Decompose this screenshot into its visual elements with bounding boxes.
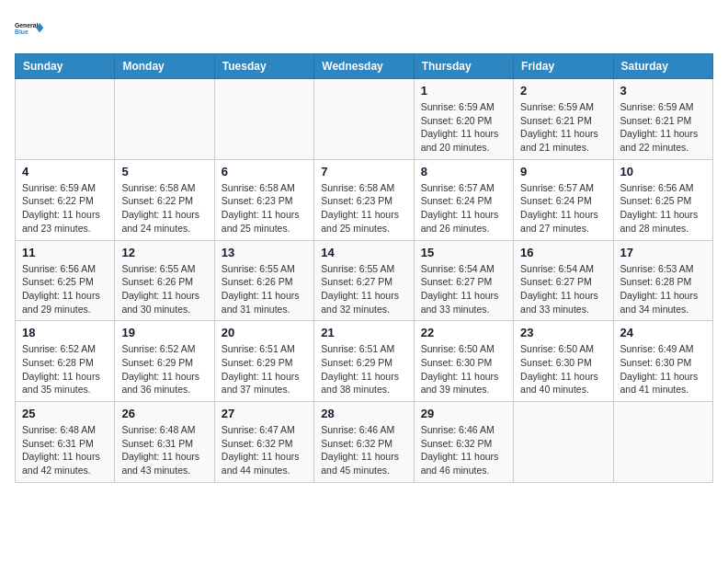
calendar-cell [16,79,115,160]
day-number: 11 [22,246,108,259]
day-info: Sunrise: 6:58 AM Sunset: 6:23 PM Dayligh… [321,181,406,236]
day-info: Sunrise: 6:54 AM Sunset: 6:27 PM Dayligh… [421,262,506,316]
day-number: 1 [421,84,506,98]
calendar-cell: 17Sunrise: 6:53 AM Sunset: 6:28 PM Dayli… [613,240,712,321]
calendar-cell: 12Sunrise: 6:55 AM Sunset: 6:26 PM Dayli… [115,240,214,321]
day-info: Sunrise: 6:48 AM Sunset: 6:31 PM Dayligh… [121,423,207,477]
svg-text:General: General [15,22,38,29]
calendar-cell: 4Sunrise: 6:59 AM Sunset: 6:22 PM Daylig… [16,159,115,240]
day-number: 13 [222,246,307,259]
logo: GeneralBlue [15,15,44,44]
day-number: 18 [22,326,108,339]
day-info: Sunrise: 6:47 AM Sunset: 6:32 PM Dayligh… [222,423,307,477]
calendar-cell: 7Sunrise: 6:58 AM Sunset: 6:23 PM Daylig… [314,159,414,240]
day-number: 27 [222,407,307,420]
calendar-cell: 28Sunrise: 6:46 AM Sunset: 6:32 PM Dayli… [314,402,414,483]
calendar-body: 1Sunrise: 6:59 AM Sunset: 6:20 PM Daylig… [16,79,713,483]
day-number: 29 [421,407,506,420]
weekday-row: SundayMondayTuesdayWednesdayThursdayFrid… [16,54,713,79]
calendar-cell: 1Sunrise: 6:59 AM Sunset: 6:20 PM Daylig… [414,79,513,160]
day-number: 3 [620,84,706,98]
calendar-cell: 22Sunrise: 6:50 AM Sunset: 6:30 PM Dayli… [414,321,513,402]
day-info: Sunrise: 6:56 AM Sunset: 6:25 PM Dayligh… [22,262,108,316]
day-info: Sunrise: 6:55 AM Sunset: 6:27 PM Dayligh… [321,262,406,316]
day-number: 28 [321,407,406,420]
day-number: 8 [421,165,506,178]
calendar-week-row: 25Sunrise: 6:48 AM Sunset: 6:31 PM Dayli… [16,402,713,483]
day-info: Sunrise: 6:57 AM Sunset: 6:24 PM Dayligh… [421,181,506,236]
day-info: Sunrise: 6:56 AM Sunset: 6:25 PM Dayligh… [620,181,706,236]
weekday-header-wednesday: Wednesday [314,54,414,79]
day-info: Sunrise: 6:46 AM Sunset: 6:32 PM Dayligh… [321,423,406,477]
day-info: Sunrise: 6:52 AM Sunset: 6:28 PM Dayligh… [22,342,108,396]
calendar-cell [314,79,414,160]
day-info: Sunrise: 6:55 AM Sunset: 6:26 PM Dayligh… [222,262,307,316]
day-info: Sunrise: 6:54 AM Sunset: 6:27 PM Dayligh… [520,262,606,316]
calendar-cell [214,79,313,160]
calendar-cell: 20Sunrise: 6:51 AM Sunset: 6:29 PM Dayli… [214,321,313,402]
day-number: 20 [222,326,307,339]
day-number: 21 [321,326,406,339]
svg-text:Blue: Blue [15,29,28,35]
weekday-header-sunday: Sunday [16,54,115,79]
day-info: Sunrise: 6:51 AM Sunset: 6:29 PM Dayligh… [321,342,406,396]
day-number: 9 [520,165,606,178]
weekday-header-thursday: Thursday [414,54,513,79]
weekday-header-tuesday: Tuesday [214,54,313,79]
calendar-cell: 6Sunrise: 6:58 AM Sunset: 6:23 PM Daylig… [214,159,313,240]
calendar-cell: 19Sunrise: 6:52 AM Sunset: 6:29 PM Dayli… [115,321,214,402]
calendar-week-row: 1Sunrise: 6:59 AM Sunset: 6:20 PM Daylig… [16,79,713,160]
day-number: 4 [22,165,108,178]
day-info: Sunrise: 6:49 AM Sunset: 6:30 PM Dayligh… [620,342,706,396]
day-number: 24 [620,326,706,339]
calendar-cell: 8Sunrise: 6:57 AM Sunset: 6:24 PM Daylig… [414,159,513,240]
calendar-cell: 13Sunrise: 6:55 AM Sunset: 6:26 PM Dayli… [214,240,313,321]
day-number: 6 [222,165,307,178]
page-header: GeneralBlue [15,15,713,44]
day-info: Sunrise: 6:46 AM Sunset: 6:32 PM Dayligh… [421,423,506,477]
calendar-cell: 10Sunrise: 6:56 AM Sunset: 6:25 PM Dayli… [613,159,712,240]
calendar-cell [514,402,613,483]
day-number: 25 [22,407,108,420]
day-info: Sunrise: 6:59 AM Sunset: 6:21 PM Dayligh… [620,100,706,155]
day-info: Sunrise: 6:58 AM Sunset: 6:22 PM Dayligh… [121,181,207,236]
day-info: Sunrise: 6:52 AM Sunset: 6:29 PM Dayligh… [121,342,207,396]
calendar-cell: 14Sunrise: 6:55 AM Sunset: 6:27 PM Dayli… [314,240,414,321]
day-number: 12 [121,246,207,259]
day-number: 16 [520,246,606,259]
day-info: Sunrise: 6:59 AM Sunset: 6:20 PM Dayligh… [421,100,506,155]
day-number: 2 [520,84,606,98]
calendar-header: SundayMondayTuesdayWednesdayThursdayFrid… [16,54,713,79]
day-number: 7 [321,165,406,178]
calendar-week-row: 11Sunrise: 6:56 AM Sunset: 6:25 PM Dayli… [16,240,713,321]
calendar-cell: 25Sunrise: 6:48 AM Sunset: 6:31 PM Dayli… [16,402,115,483]
day-number: 5 [121,165,207,178]
calendar-cell: 5Sunrise: 6:58 AM Sunset: 6:22 PM Daylig… [115,159,214,240]
calendar-cell [613,402,712,483]
calendar-cell: 9Sunrise: 6:57 AM Sunset: 6:24 PM Daylig… [514,159,613,240]
calendar-cell: 23Sunrise: 6:50 AM Sunset: 6:30 PM Dayli… [514,321,613,402]
calendar-cell: 11Sunrise: 6:56 AM Sunset: 6:25 PM Dayli… [16,240,115,321]
calendar-cell: 24Sunrise: 6:49 AM Sunset: 6:30 PM Dayli… [613,321,712,402]
calendar-week-row: 18Sunrise: 6:52 AM Sunset: 6:28 PM Dayli… [16,321,713,402]
day-info: Sunrise: 6:51 AM Sunset: 6:29 PM Dayligh… [222,342,307,396]
calendar-table: SundayMondayTuesdayWednesdayThursdayFrid… [15,53,713,483]
calendar-cell: 21Sunrise: 6:51 AM Sunset: 6:29 PM Dayli… [314,321,414,402]
day-number: 14 [321,246,406,259]
weekday-header-monday: Monday [115,54,214,79]
calendar-cell: 29Sunrise: 6:46 AM Sunset: 6:32 PM Dayli… [414,402,513,483]
calendar-cell: 3Sunrise: 6:59 AM Sunset: 6:21 PM Daylig… [613,79,712,160]
day-number: 10 [620,165,706,178]
logo-icon: GeneralBlue [15,15,44,44]
day-number: 15 [421,246,506,259]
calendar-cell: 26Sunrise: 6:48 AM Sunset: 6:31 PM Dayli… [115,402,214,483]
weekday-header-saturday: Saturday [613,54,712,79]
day-number: 23 [520,326,606,339]
day-info: Sunrise: 6:48 AM Sunset: 6:31 PM Dayligh… [22,423,108,477]
day-info: Sunrise: 6:53 AM Sunset: 6:28 PM Dayligh… [620,262,706,316]
day-number: 19 [121,326,207,339]
day-info: Sunrise: 6:55 AM Sunset: 6:26 PM Dayligh… [121,262,207,316]
day-info: Sunrise: 6:58 AM Sunset: 6:23 PM Dayligh… [222,181,307,236]
calendar-cell: 27Sunrise: 6:47 AM Sunset: 6:32 PM Dayli… [214,402,313,483]
calendar-week-row: 4Sunrise: 6:59 AM Sunset: 6:22 PM Daylig… [16,159,713,240]
